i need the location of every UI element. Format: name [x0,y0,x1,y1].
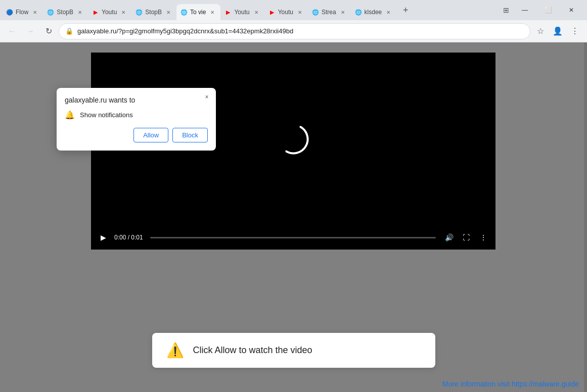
tab-2[interactable]: 🌐 StopB ✕ [43,4,88,20]
tab-8-favicon: 🌐 [312,9,319,16]
tab-1-favicon: 🔵 [6,9,13,16]
tab-4-title: StopB [145,9,162,16]
tab-3-title: Youtu [102,9,117,16]
tab-5-favicon: 🌐 [180,9,188,16]
permission-row: 🔔 Show notifications [65,110,208,120]
bookmark-star-button[interactable]: ☆ [532,23,549,39]
play-button[interactable]: ▶ [97,231,109,243]
tab-9-close[interactable]: ✕ [384,8,392,16]
address-bar-row: ← → ↻ 🔒 galaxyable.ru/?p=gi2gmolfmy5gi3b… [0,20,587,42]
tab-1-close[interactable]: ✕ [31,8,39,16]
tab-3-close[interactable]: ✕ [119,8,127,16]
extensions-button[interactable]: ⊞ [499,3,513,17]
tab-6-title: Youtu [234,9,249,16]
video-player: ▶ 0:00 / 0:01 🔊 ⛶ ⋮ [91,53,495,250]
tab-2-title: StopB [57,9,73,16]
tab-1-title: Flow [16,9,28,16]
maximize-button[interactable]: ⬜ [536,2,560,18]
warning-icon: ⚠️ [166,342,184,359]
page-content: ▶ 0:00 / 0:01 🔊 ⛶ ⋮ × galaxyable.ru want… [0,42,587,392]
window-controls: ⊞ — ⬜ ✕ [498,2,585,18]
permission-label: Show notifications [80,111,133,119]
popup-close-button[interactable]: × [202,92,212,102]
reload-button[interactable]: ↻ [40,23,57,39]
minimize-button[interactable]: — [513,2,536,18]
popup-actions: Allow Block [65,128,208,142]
tab-7-title: Youtu [278,9,293,16]
toolbar-buttons: ☆ 👤 ⋮ [532,23,583,39]
tab-6-close[interactable]: ✕ [252,8,260,16]
volume-button[interactable]: 🔊 [443,231,455,243]
tab-5-title: To vie [190,9,206,16]
bell-icon: 🔔 [65,110,75,120]
tab-8-title: Strea [322,9,336,16]
allow-button[interactable]: Allow [133,128,168,142]
cta-text: Click Allow to watch the video [193,345,312,356]
close-button[interactable]: ✕ [560,2,583,18]
tab-9-title: klsdee [365,9,382,16]
fullscreen-button[interactable]: ⛶ [460,231,472,243]
back-button[interactable]: ← [4,23,20,39]
more-options-button[interactable]: ⋮ [477,231,489,243]
popup-title: galaxyable.ru wants to [65,96,208,104]
tab-5-close[interactable]: ✕ [208,8,216,16]
forward-button[interactable]: → [22,23,38,39]
video-progress-bar[interactable] [150,237,436,238]
tab-7-favicon: ▶ [268,9,276,16]
tab-4-close[interactable]: ✕ [164,8,172,16]
footer-watermark: More information visit https://malware.g… [442,380,579,388]
tab-9[interactable]: 🌐 klsdee ✕ [351,4,397,20]
chrome-window: 🔵 Flow ✕ 🌐 StopB ✕ ▶ Youtu ✕ 🌐 StopB ✕ 🌐… [0,0,587,392]
tab-8-close[interactable]: ✕ [339,8,347,16]
tab-6-favicon: ▶ [224,9,232,16]
loading-spinner [277,123,310,156]
cta-banner: ⚠️ Click Allow to watch the video [152,333,435,368]
tab-7-close[interactable]: ✕ [296,8,304,16]
tab-bar: 🔵 Flow ✕ 🌐 StopB ✕ ▶ Youtu ✕ 🌐 StopB ✕ 🌐… [0,0,587,20]
tab-1[interactable]: 🔵 Flow ✕ [2,4,43,20]
new-tab-button[interactable]: + [398,3,413,17]
page-scrollbar[interactable] [584,42,587,392]
video-controls-bar: ▶ 0:00 / 0:01 🔊 ⛶ ⋮ [91,225,495,250]
video-time: 0:00 / 0:01 [114,234,143,241]
lock-icon: 🔒 [65,27,73,35]
tab-2-favicon: 🌐 [47,9,54,16]
tab-7[interactable]: ▶ Youtu ✕ [264,4,308,20]
svg-point-0 [277,123,310,156]
profile-button[interactable]: 👤 [550,23,566,39]
url-text: galaxyable.ru/?p=gi2gmolfmy5gi3bpgq2dcnr… [77,27,524,35]
tab-5-active[interactable]: 🌐 To vie ✕ [176,4,220,20]
address-box[interactable]: 🔒 galaxyable.ru/?p=gi2gmolfmy5gi3bpgq2dc… [59,23,530,39]
tab-8[interactable]: 🌐 Strea ✕ [308,4,351,20]
tab-2-close[interactable]: ✕ [76,8,84,16]
tab-9-favicon: 🌐 [355,9,362,16]
tab-3-favicon: ▶ [92,9,99,16]
tab-4[interactable]: 🌐 StopB ✕ [131,4,176,20]
block-button[interactable]: Block [172,128,208,142]
tab-6[interactable]: ▶ Youtu ✕ [220,4,264,20]
permission-popup: × galaxyable.ru wants to 🔔 Show notifica… [57,88,216,151]
menu-button[interactable]: ⋮ [567,23,583,39]
tab-4-favicon: 🌐 [136,9,143,16]
tab-3[interactable]: ▶ Youtu ✕ [88,4,131,20]
